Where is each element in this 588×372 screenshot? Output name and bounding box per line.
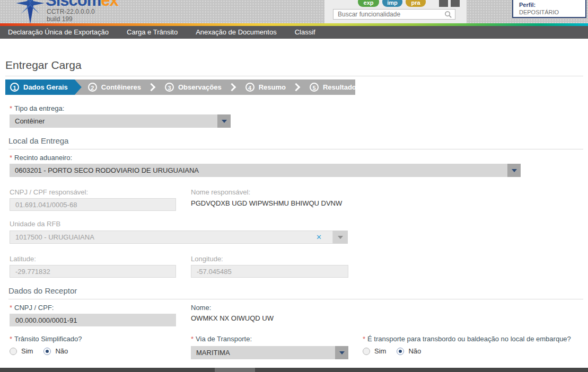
chevron-down-icon	[339, 351, 345, 355]
brand-suffix: ex	[101, 0, 118, 10]
via-transporte-value: MARITIMA	[191, 346, 335, 359]
wizard-step-dados-gerais[interactable]: 1 Dados Gerais	[5, 79, 82, 95]
via-transporte-label: *Via de Transporte:	[191, 335, 363, 343]
label-text: Tipo da entrega:	[14, 104, 64, 112]
scrollbar-thumb[interactable]	[215, 368, 255, 372]
nav-item-due[interactable]: Declaração Única de Exportação	[0, 26, 118, 39]
transbordo-radio-group: Sim Não	[363, 347, 583, 355]
chevron-right-icon	[292, 83, 301, 92]
badge-pra[interactable]: pra	[406, 0, 426, 7]
tipo-entrega-select[interactable]: Contêiner	[10, 114, 231, 128]
via-transporte-select[interactable]: MARITIMA	[191, 346, 348, 359]
label-text: Trânsito Simplificado?	[14, 335, 82, 343]
title-divider	[5, 76, 583, 76]
unidade-rfb-dropdown-button	[333, 231, 348, 244]
transito-radio-sim[interactable]	[10, 348, 17, 355]
unidade-rfb-value: 1017500 - URUGUAIANA	[15, 233, 316, 241]
wizard-step-resultado[interactable]: 5 Resultado	[303, 79, 363, 95]
functionality-search[interactable]	[333, 9, 455, 20]
radio-label-sim[interactable]: Sim	[374, 347, 386, 355]
app-header: Siscomex CCTR-22.0.0.0.0 build 199 exp i…	[0, 0, 588, 23]
via-transporte-dropdown-button[interactable]	[335, 346, 348, 359]
required-marker: *	[10, 104, 12, 112]
cnpj-responsavel-input	[10, 198, 176, 211]
nome-label: Nome:	[191, 304, 363, 312]
wizard-step-conteineres[interactable]: 2 Contêineres	[82, 79, 147, 95]
step-number: 5	[310, 83, 319, 92]
nav-item-anexacao[interactable]: Anexação de Documentos	[187, 26, 285, 39]
step-number: 3	[165, 83, 174, 92]
wizard-step-observacoes[interactable]: 3 Observações	[159, 79, 228, 95]
horizontal-scrollbar[interactable]	[0, 368, 588, 372]
wizard-steps: 1 Dados Gerais 2 Contêineres 3 Observaçõ…	[5, 79, 355, 95]
nome-value: OWMKX NX OIWUQD UW	[191, 314, 363, 323]
required-marker: *	[363, 335, 365, 343]
nav-item-classif[interactable]: Classif	[286, 26, 324, 39]
latitude-label: Latitude:	[10, 255, 191, 263]
step-label: Dados Gerais	[23, 83, 68, 91]
required-marker: *	[10, 154, 12, 162]
required-marker: *	[10, 304, 12, 312]
unidade-rfb-input: 1017500 - URUGUAIANA ✕	[10, 231, 333, 244]
label-text: CNPJ / CPF:	[14, 304, 54, 312]
chevron-down-icon	[512, 169, 517, 172]
transbordo-radio-nao[interactable]	[397, 348, 404, 355]
nav-item-carga-transito[interactable]: Carga e Trânsito	[118, 26, 187, 39]
required-marker: *	[10, 335, 12, 343]
profile-label: Perfil:	[519, 2, 585, 8]
tipo-entrega-dropdown-button[interactable]	[217, 114, 231, 128]
badge-imp[interactable]: imp	[382, 0, 402, 7]
profile-box[interactable]: Perfil: DEPOSITÁRIO	[512, 0, 586, 18]
chevron-down-icon	[338, 236, 343, 239]
recinto-aduaneiro-select[interactable]: 0603201 - PORTO SECO RODOVIARIO DE URUGU…	[10, 164, 521, 177]
step-label: Contêineres	[101, 83, 141, 91]
page-title: Entregar Carga	[5, 59, 583, 72]
nome-responsavel-label: Nome responsável:	[191, 188, 363, 197]
step-label: Resultado	[323, 83, 356, 91]
cnpj-cpf-label: *CNPJ / CPF:	[10, 304, 191, 312]
radio-label-nao[interactable]: Não	[55, 347, 68, 355]
search-input[interactable]	[338, 11, 444, 18]
section-dados-receptor: Dados do Receptor	[8, 286, 583, 299]
label-text: Via de Transporte:	[196, 335, 252, 343]
tipo-entrega-value: Contêiner	[10, 114, 217, 128]
cnpj-cpf-input[interactable]	[10, 314, 176, 326]
unidade-rfb-combo: 1017500 - URUGUAIANA ✕	[10, 231, 583, 244]
siscomex-star-icon	[10, 0, 51, 23]
section-local-entrega: Local da Entrega	[8, 136, 583, 149]
unidade-rfb-label: Unidade da RFB	[10, 220, 583, 228]
radio-label-sim[interactable]: Sim	[21, 347, 33, 355]
transbordo-radio-sim[interactable]	[363, 348, 370, 355]
search-icon[interactable]	[444, 11, 452, 19]
chevron-down-icon	[222, 120, 227, 123]
tipo-entrega-label: *Tipo da entrega:	[10, 104, 583, 113]
transbordo-label: *É transporte para transbordo ou baldeaç…	[363, 335, 583, 343]
main-nav: Declaração Única de Exportação Carga e T…	[0, 26, 588, 39]
app-version: CCTR-22.0.0.0.0	[47, 8, 95, 15]
transito-radio-nao[interactable]	[43, 348, 51, 355]
latitude-input	[10, 265, 176, 278]
recinto-aduaneiro-label: *Recinto aduaneiro:	[10, 154, 583, 162]
transito-simplificado-label: *Trânsito Simplificado?	[10, 335, 191, 343]
header-icon-button[interactable]	[439, 0, 448, 7]
cnpj-responsavel-label: CNPJ / CPF responsável:	[10, 188, 191, 197]
longitude-input	[191, 265, 348, 278]
chevron-right-icon	[147, 83, 156, 92]
wizard-step-resumo[interactable]: 4 Resumo	[239, 79, 292, 95]
chevron-right-icon	[227, 83, 236, 92]
profile-value: DEPOSITÁRIO	[519, 8, 585, 16]
header-icon-button[interactable]	[451, 0, 460, 7]
label-text: Recinto aduaneiro:	[14, 154, 72, 162]
step-number: 2	[88, 83, 97, 92]
badge-exp[interactable]: exp	[358, 0, 379, 7]
required-marker: *	[191, 335, 194, 343]
recinto-aduaneiro-value: 0603201 - PORTO SECO RODOVIARIO DE URUGU…	[10, 164, 507, 177]
recinto-dropdown-button[interactable]	[507, 164, 521, 177]
step-label: Resumo	[259, 83, 286, 91]
radio-label-nao[interactable]: Não	[408, 347, 421, 355]
nome-responsavel-value: PGDVQDXB UGD WIPWSHMU BHIWQU DVNW	[191, 199, 363, 208]
step-number: 1	[10, 83, 19, 92]
clear-icon[interactable]: ✕	[316, 233, 328, 241]
step-label: Observações	[178, 83, 222, 91]
transito-radio-group: Sim Não	[10, 347, 191, 355]
